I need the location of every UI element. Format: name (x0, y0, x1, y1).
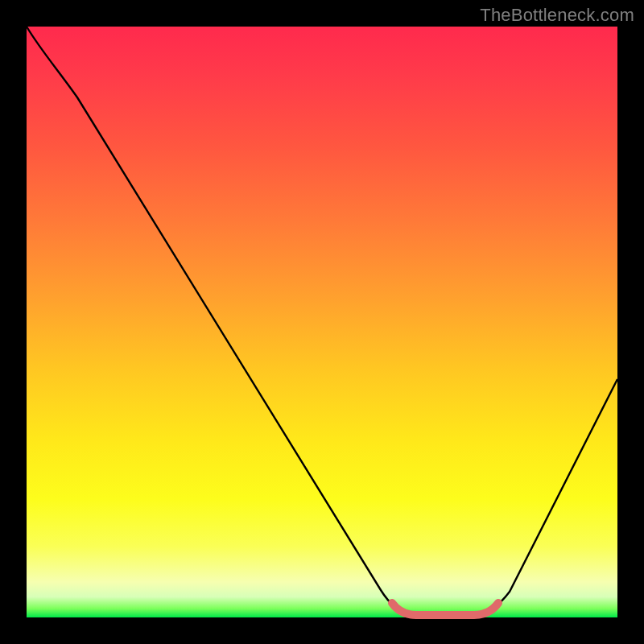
optimal-range-marker (392, 603, 498, 615)
watermark-text: TheBottleneck.com (480, 5, 634, 26)
chart-svg (27, 27, 617, 617)
plot-area (27, 27, 617, 617)
chart-container: TheBottleneck.com (0, 0, 644, 644)
bottleneck-curve (27, 27, 617, 614)
